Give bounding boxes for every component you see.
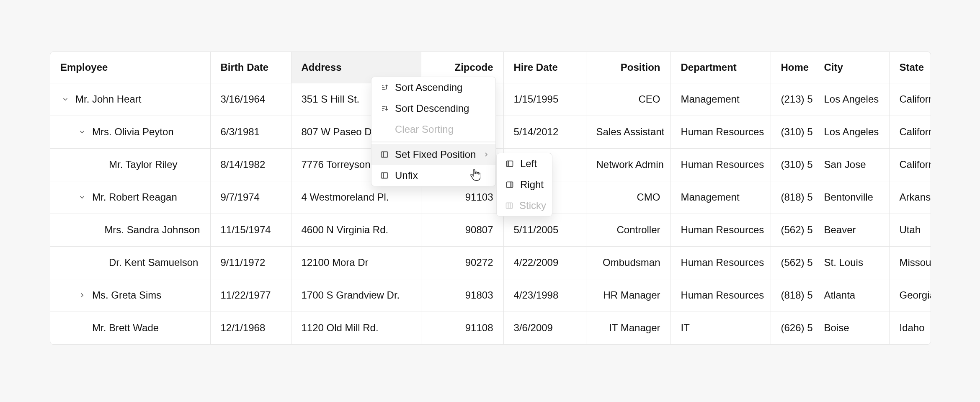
menu-item-label: Right — [520, 179, 544, 191]
employee-name: Ms. Greta Sims — [92, 289, 161, 301]
state-cell: California — [889, 116, 931, 148]
menu-item-label: Sort Descending — [395, 103, 469, 114]
address-cell: 12100 Mora Dr — [291, 246, 421, 279]
employee-name: Mrs. Olivia Peyton — [92, 126, 174, 138]
fixed-position-submenu: Left Right Sticky — [496, 153, 552, 216]
submenu-right[interactable]: Right — [497, 174, 552, 195]
department-cell: Human Resources — [671, 246, 771, 279]
employee-name: Mr. John Heart — [75, 93, 141, 105]
city-cell: St. Louis — [814, 246, 889, 279]
spacer — [94, 225, 99, 235]
state-cell: Utah — [889, 214, 931, 246]
position-cell: Ombudsman — [586, 246, 671, 279]
expand-toggle-icon[interactable] — [60, 94, 70, 104]
col-header-department[interactable]: Department — [671, 52, 771, 83]
zipcode-cell: 91108 — [421, 312, 503, 344]
position-cell: Network Admin — [586, 148, 671, 181]
birth-date-cell: 9/7/1974 — [210, 181, 291, 214]
expand-toggle-icon[interactable] — [77, 290, 87, 300]
menu-item-label: Clear Sorting — [395, 124, 454, 135]
menu-sort-descending[interactable]: Sort Descending — [371, 98, 495, 119]
expand-toggle-icon[interactable] — [77, 127, 87, 137]
state-cell: California — [889, 148, 931, 181]
address-cell: 4600 N Virginia Rd. — [291, 214, 421, 246]
city-cell: Beaver — [814, 214, 889, 246]
col-header-city[interactable]: City — [814, 52, 889, 83]
hire-date-cell: 4/22/2009 — [503, 246, 586, 279]
position-cell: CEO — [586, 83, 671, 116]
position-cell: CMO — [586, 181, 671, 214]
svg-rect-0 — [382, 152, 388, 157]
spacer — [94, 258, 104, 268]
pin-column-icon — [380, 150, 389, 159]
hire-date-cell: 5/14/2012 — [503, 116, 586, 148]
zipcode-cell: 91803 — [421, 279, 503, 312]
state-cell: California — [889, 83, 931, 116]
table-row[interactable]: Dr. Kent Samuelson9/11/197212100 Mora Dr… — [50, 246, 931, 279]
menu-item-label: Set Fixed Position — [395, 149, 476, 160]
state-cell: Idaho — [889, 312, 931, 344]
unpin-column-icon — [380, 171, 389, 180]
submenu-sticky: Sticky — [497, 195, 552, 216]
city-cell: Boise — [814, 312, 889, 344]
hire-date-cell: 3/6/2009 — [503, 312, 586, 344]
employee-name: Mr. Brett Wade — [92, 322, 159, 334]
col-header-position[interactable]: Position — [586, 52, 671, 83]
department-cell: Management — [671, 83, 771, 116]
birth-date-cell: 6/3/1981 — [210, 116, 291, 148]
menu-item-label: Sticky — [519, 200, 546, 211]
department-cell: Human Resources — [671, 214, 771, 246]
home-phone-cell: (818) 5 — [771, 279, 814, 312]
submenu-left[interactable]: Left — [497, 153, 552, 174]
department-cell: Human Resources — [671, 279, 771, 312]
city-cell: Atlanta — [814, 279, 889, 312]
chevron-right-icon — [483, 149, 490, 160]
col-header-employee[interactable]: Employee — [50, 52, 210, 83]
menu-set-fixed-position[interactable]: Set Fixed Position — [371, 144, 495, 165]
table-row[interactable]: Ms. Greta Sims11/22/19771700 S Grandview… — [50, 279, 931, 312]
svg-rect-1 — [382, 173, 388, 178]
home-phone-cell: (310) 5 — [771, 148, 814, 181]
fix-right-icon — [505, 180, 514, 189]
city-cell: Los Angeles — [814, 116, 889, 148]
birth-date-cell: 11/22/1977 — [210, 279, 291, 312]
state-cell: Arkansas — [889, 181, 931, 214]
home-phone-cell: (213) 5 — [771, 83, 814, 116]
state-cell: Georgia — [889, 279, 931, 312]
svg-rect-6 — [506, 203, 513, 208]
department-cell: Human Resources — [671, 116, 771, 148]
home-phone-cell: (310) 5 — [771, 116, 814, 148]
spacer — [77, 323, 87, 333]
col-header-home[interactable]: Home — [771, 52, 814, 83]
city-cell: Los Angeles — [814, 83, 889, 116]
home-phone-cell: (562) 5 — [771, 246, 814, 279]
home-phone-cell: (562) 5 — [771, 214, 814, 246]
table-row[interactable]: Mr. Brett Wade12/1/19681120 Old Mill Rd.… — [50, 312, 931, 344]
spacer — [94, 160, 104, 170]
zipcode-cell: 90807 — [421, 214, 503, 246]
expand-toggle-icon[interactable] — [77, 192, 87, 202]
sort-descending-icon — [380, 104, 389, 113]
position-cell: Sales Assistant — [586, 116, 671, 148]
birth-date-cell: 8/14/1982 — [210, 148, 291, 181]
table-row[interactable]: Mrs. Sandra Johnson11/15/19744600 N Virg… — [50, 214, 931, 246]
clear-sorting-icon — [380, 125, 389, 134]
employee-name: Mr. Taylor Riley — [109, 159, 178, 170]
birth-date-cell: 9/11/1972 — [210, 246, 291, 279]
birth-date-cell: 3/16/1964 — [210, 83, 291, 116]
department-cell: Human Resources — [671, 148, 771, 181]
state-cell: Missouri — [889, 246, 931, 279]
column-context-menu: Sort Ascending Sort Descending Clear Sor… — [371, 77, 496, 186]
col-header-birth-date[interactable]: Birth Date — [210, 52, 291, 83]
position-cell: Controller — [586, 214, 671, 246]
menu-unfix[interactable]: Unfix — [371, 165, 495, 186]
col-header-state[interactable]: State — [889, 52, 931, 83]
employee-name: Mr. Robert Reagan — [92, 191, 177, 203]
hire-date-cell: 4/23/1998 — [503, 279, 586, 312]
menu-sort-ascending[interactable]: Sort Ascending — [371, 77, 495, 98]
hire-date-cell: 5/11/2005 — [503, 214, 586, 246]
menu-item-label: Unfix — [395, 170, 418, 181]
col-header-hire-date[interactable]: Hire Date — [503, 52, 586, 83]
position-cell: IT Manager — [586, 312, 671, 344]
home-phone-cell: (626) 5 — [771, 312, 814, 344]
